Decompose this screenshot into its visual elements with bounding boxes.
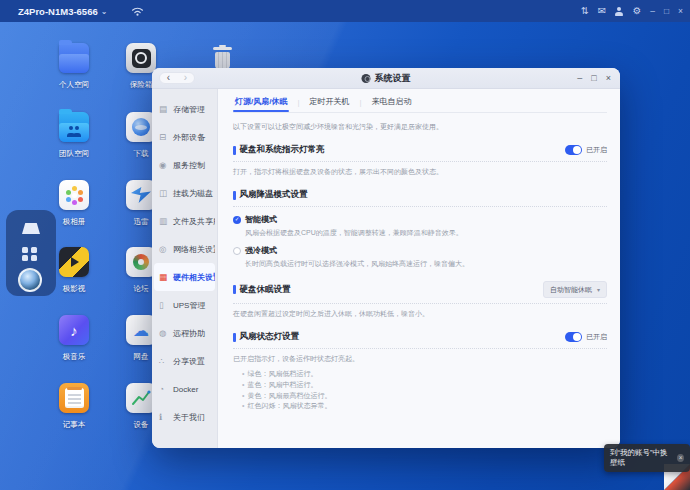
settings-gear-icon[interactable]: ⚙ xyxy=(633,6,642,16)
dock-nas-icon[interactable] xyxy=(22,223,40,234)
hdd-sleep-dropdown[interactable]: 自动智能休眠 ▾ xyxy=(543,281,607,298)
section-desc: 已开启指示灯，设备运作时状态灯亮起。 xyxy=(233,354,607,364)
section-title: 硬盘和系统指示灯常亮 xyxy=(240,144,325,156)
section-desc: 在硬盘闲置超过设定时间之后进入休眠，休眠功耗低，噪音小。 xyxy=(233,309,607,319)
radio-strong-cooling-mode[interactable]: 强冷模式 xyxy=(233,245,607,256)
sidebar-item-storage[interactable]: ▤存储管理 xyxy=(154,95,215,123)
app-icon-movies[interactable] xyxy=(59,247,89,277)
sidebar-item-ups[interactable]: ▯UPS管理 xyxy=(154,291,215,319)
section-fan-status-light: 风扇状态灯设置 已开启 xyxy=(233,331,607,343)
sidebar-label: 硬件相关设置 xyxy=(173,272,215,283)
sidebar-label: Docker xyxy=(173,385,198,394)
tab-light-fan-sleep[interactable]: 灯源/风扇/休眠 xyxy=(233,96,289,112)
sidebar-label: 外部设备 xyxy=(173,132,205,143)
headset-icon: ◍ xyxy=(159,329,169,338)
bullet-item: •蓝色：风扇中档运行。 xyxy=(242,380,607,391)
flower-icon xyxy=(72,193,77,198)
tab-scheduled-power[interactable]: 定时开关机 xyxy=(308,96,352,112)
tab-auto-power-on[interactable]: 来电自启动 xyxy=(370,96,414,112)
service-icon: ◉ xyxy=(159,161,169,170)
app-icon-personal-space[interactable] xyxy=(59,43,89,73)
sidebar-item-mount-as-disk[interactable]: ◫挂载为磁盘 xyxy=(154,179,215,207)
window-title-group: 系统设置 xyxy=(362,72,411,85)
window-title: 系统设置 xyxy=(375,72,411,85)
sidebar-item-hardware-settings[interactable]: ▦硬件相关设置 xyxy=(154,263,215,291)
app-icon-notes[interactable] xyxy=(59,383,89,413)
settings-sidebar: ▤存储管理 ⊟外部设备 ◉服务控制 ◫挂载为磁盘 ▥文件及共享服务 ◎网络相关设… xyxy=(152,89,218,448)
window-maximize-button[interactable]: □ xyxy=(591,74,596,83)
app-icon-photos[interactable] xyxy=(59,180,89,210)
radio-unselected-icon xyxy=(233,247,241,255)
device-name: Z4Pro-N1M3-6566 xyxy=(18,6,98,17)
window-minimize-button[interactable]: – xyxy=(577,74,582,83)
sidebar-label: 网络相关设置 xyxy=(173,244,215,255)
app-label-personal-space: 个人空间 xyxy=(37,80,111,90)
dock-apps-grid-icon[interactable] xyxy=(22,247,40,261)
chevron-down-icon: ⌄ xyxy=(101,7,108,16)
sidebar-item-file-sharing[interactable]: ▥文件及共享服务 xyxy=(154,207,215,235)
nav-forward-button[interactable]: › xyxy=(184,73,187,83)
app-icon-team-space[interactable] xyxy=(59,112,89,142)
section-desc: 打开，指示灯将根据硬盘及设备的状态，展示出不同的颜色及状态。 xyxy=(233,167,607,177)
app-icon-safebox[interactable] xyxy=(126,43,156,73)
topbar-close-button[interactable]: × xyxy=(678,6,683,16)
device-name-button[interactable]: Z4Pro-N1M3-6566 ⌄ xyxy=(18,6,107,17)
radio-smart-mode[interactable]: ✓ 智能模式 xyxy=(233,214,607,225)
sidebar-item-network-settings[interactable]: ◎网络相关设置 xyxy=(154,235,215,263)
transfer-icon[interactable]: ⇅ xyxy=(581,6,589,16)
section-title: 风扇降温模式设置 xyxy=(240,189,308,201)
sidebar-item-service-control[interactable]: ◉服务控制 xyxy=(154,151,215,179)
chevron-down-icon: ▾ xyxy=(597,286,600,293)
window-titlebar: ‹ › 系统设置 – □ × xyxy=(152,68,620,89)
sidebar-item-docker[interactable]: ◔Docker xyxy=(154,375,215,403)
app-icon-music[interactable]: ♪ xyxy=(59,315,89,345)
tab-bar: 灯源/风扇/休眠 | 定时开关机 | 来电自启动 xyxy=(233,89,607,113)
sidebar-label: 远程协助 xyxy=(173,328,205,339)
bird-icon xyxy=(131,187,151,203)
app-label-music: 极音乐 xyxy=(37,352,111,362)
mail-icon[interactable]: ✉ xyxy=(598,6,606,16)
sidebar-label: 挂载为磁盘 xyxy=(173,188,213,199)
sidebar-item-remote-assist[interactable]: ◍远程协助 xyxy=(154,319,215,347)
divider xyxy=(233,206,607,207)
nav-pill: ‹ › xyxy=(159,72,195,84)
share-icon: ∴ xyxy=(159,357,169,366)
network-icon: ◎ xyxy=(159,245,169,254)
bullet-item: •红色闪烁：风扇状态异常。 xyxy=(242,401,607,412)
fan-status-bullet-list: •绿色：风扇低档运行。 •蓝色：风扇中档运行。 •黄色：风扇最高档位运行。 •红… xyxy=(242,369,607,412)
recycle-bin-icon[interactable] xyxy=(211,44,234,71)
bullet-item: •黄色：风扇最高档位运行。 xyxy=(242,391,607,402)
divider xyxy=(233,303,607,304)
sidebar-label: 服务控制 xyxy=(173,160,205,171)
app-label-notes: 记事本 xyxy=(37,420,111,430)
section-title: 硬盘休眠设置 xyxy=(240,284,291,296)
sidebar-item-about[interactable]: ℹ关于我们 xyxy=(154,403,215,431)
topbar-actions: ⇅ ✉ ⚙ – □ × xyxy=(581,6,683,16)
sidebar-label: 分享设置 xyxy=(173,356,205,367)
window-close-button[interactable]: × xyxy=(606,74,611,83)
wifi-icon xyxy=(131,6,144,16)
swirl-icon xyxy=(133,254,149,270)
dock-avatar[interactable] xyxy=(18,268,42,292)
topbar-minimize-button[interactable]: – xyxy=(650,6,655,16)
radio-selected-icon: ✓ xyxy=(233,216,241,224)
toast-close-button[interactable]: × xyxy=(677,454,684,462)
topbar-maximize-button[interactable]: □ xyxy=(664,6,669,16)
topbar: Z4Pro-N1M3-6566 ⌄ ⇅ ✉ ⚙ – □ × xyxy=(0,0,690,22)
dropdown-value: 自动智能休眠 xyxy=(550,285,592,295)
fan-status-light-toggle[interactable] xyxy=(565,332,582,342)
indicator-light-toggle[interactable] xyxy=(565,145,582,155)
ups-battery-icon: ▯ xyxy=(159,301,169,310)
section-hdd-sleep: 硬盘休眠设置 自动智能休眠 ▾ xyxy=(233,281,607,298)
divider xyxy=(233,161,607,162)
notepad-icon xyxy=(65,388,84,408)
music-note-icon: ♪ xyxy=(70,322,78,339)
docker-icon: ◔ xyxy=(159,385,169,394)
globe-icon xyxy=(132,118,150,136)
radio-desc: 长时间高负载运行时可以选择强冷模式，风扇始终高速运行，噪音偏大。 xyxy=(245,259,607,269)
sidebar-item-share-settings[interactable]: ∴分享设置 xyxy=(154,347,215,375)
line-chart-icon xyxy=(130,388,152,408)
sidebar-item-external-devices[interactable]: ⊟外部设备 xyxy=(154,123,215,151)
nav-back-button[interactable]: ‹ xyxy=(167,73,170,83)
user-icon[interactable] xyxy=(615,7,624,16)
